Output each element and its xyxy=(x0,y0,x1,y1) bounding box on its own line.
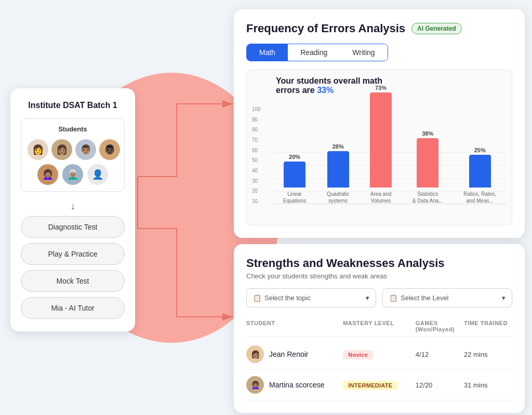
errors-title: Frequency of Errors Analysis xyxy=(246,22,405,35)
bar-label-quadratic: 28% xyxy=(332,143,344,150)
header-time: TIME TRAINED xyxy=(464,320,512,332)
avatar-jean: 👩🏽 xyxy=(246,345,264,363)
table-header: STUDENT MASTERY LEVEL GAMES(Won/Played) … xyxy=(246,316,512,337)
institute-title: Institute DSAT Batch 1 xyxy=(21,101,125,110)
diagnostic-test-button[interactable]: Diagnostic Test xyxy=(21,216,125,238)
table-row: 👩🏽 Jean Renoir Novice 4/12 22 mins xyxy=(246,339,512,370)
student-jean-name: Jean Renoir xyxy=(269,350,309,358)
bar-linear-equations: 20% LinearEquations xyxy=(283,154,306,204)
students-label: Students xyxy=(28,125,118,133)
student-jean: 👩🏽 Jean Renoir xyxy=(246,345,343,363)
avatars-row2: 👩🏽‍🦱 👨🏽‍🦳 👤 xyxy=(28,164,118,185)
main-container: Institute DSAT Batch 1 Students 👩 👩🏽 👨🏽 … xyxy=(0,0,532,415)
y-60: 60 xyxy=(252,148,261,153)
games-jean: 4/12 xyxy=(416,351,464,358)
bar-stats-rect xyxy=(417,138,438,188)
error-percentage: 33% xyxy=(317,86,334,95)
mastery-badge-intermediate: INTERMEDIATE xyxy=(343,381,397,390)
y-30: 30 xyxy=(252,178,261,184)
sw-subtitle: Check your students strengths and weak a… xyxy=(246,272,512,280)
mock-test-button[interactable]: Mock Test xyxy=(21,270,125,292)
time-martina: 31 mins xyxy=(464,381,512,389)
students-section: Students 👩 👩🏽 👨🏽 👨🏿 👩🏽‍🦱 👨🏽‍🦳 👤 xyxy=(21,118,125,192)
filters-row: 📋 Select the topic ▾ 📋 Select the Level … xyxy=(246,288,512,307)
errors-card: Frequency of Errors Analysis AI Generate… xyxy=(234,9,525,238)
subject-tabs: Math Reading Writing xyxy=(246,44,388,61)
y-axis: 100 90 80 70 60 50 40 30 20 10 xyxy=(252,106,261,204)
tab-reading[interactable]: Reading xyxy=(288,44,340,61)
avatars-row1: 👩 👩🏽 👨🏽 👨🏿 xyxy=(28,139,118,160)
cat-quadratic: Quadraticsystems xyxy=(327,191,349,204)
tab-writing[interactable]: Writing xyxy=(340,44,387,61)
topic-filter-inner: 📋 Select the topic xyxy=(253,294,311,302)
bar-area-rect xyxy=(370,92,392,188)
y-40: 40 xyxy=(252,168,261,173)
cat-area: Area andVolumes xyxy=(370,191,392,204)
avatar-5: 👩🏽‍🦱 xyxy=(37,164,58,185)
student-martina-name: Martina scorcese xyxy=(269,381,325,389)
cat-ratios: Ratios, Rates,and Meas... xyxy=(463,191,496,204)
chart-container: Your students overall matherrors are 33%… xyxy=(246,70,512,225)
avatar-4: 👨🏿 xyxy=(99,139,120,160)
y-70: 70 xyxy=(252,137,261,143)
y-10: 10 xyxy=(252,198,261,204)
header-mastery: MASTERY LEVEL xyxy=(343,320,416,332)
cat-linear: LinearEquations xyxy=(283,191,306,204)
avatar-placeholder: 👤 xyxy=(87,164,108,185)
level-label: Select the Level xyxy=(401,294,449,302)
header-games: GAMES(Won/Played) xyxy=(416,320,464,332)
bar-label-ratios: 25% xyxy=(474,147,486,153)
games-martina: 12/20 xyxy=(416,381,464,389)
bar-linear xyxy=(284,162,305,188)
topic-icon: 📋 xyxy=(253,294,261,302)
ai-badge: AI Generated xyxy=(411,23,462,34)
level-chevron-icon: ▾ xyxy=(502,294,506,302)
level-filter-inner: 📋 Select the Level xyxy=(389,294,449,302)
mastery-martina: INTERMEDIATE xyxy=(343,380,416,390)
topic-label: Select the topic xyxy=(264,294,311,302)
table-row: 👩🏽‍🦱 Martina scorcese INTERMEDIATE 12/20… xyxy=(246,370,512,400)
chart-area: 20% LinearEquations 28% Quadraticsystems… xyxy=(273,106,507,204)
down-arrow-icon: ↓ xyxy=(21,200,125,212)
avatar-6: 👨🏽‍🦳 xyxy=(62,164,83,185)
avatar-2: 👩🏽 xyxy=(51,139,72,160)
student-martina: 👩🏽‍🦱 Martina scorcese xyxy=(246,376,343,394)
y-50: 50 xyxy=(252,157,261,163)
bar-area-volumes: 73% Area andVolumes xyxy=(370,85,392,204)
chart-headline: Your students overall matherrors are 33% xyxy=(276,76,382,95)
level-icon: 📋 xyxy=(389,294,397,302)
y-90: 90 xyxy=(252,117,261,123)
bar-label-stats: 38% xyxy=(422,130,433,137)
tab-math[interactable]: Math xyxy=(247,44,288,61)
topic-chevron-icon: ▾ xyxy=(366,294,369,302)
cat-stats: Statistics& Data Ana... xyxy=(413,191,443,204)
bar-label-area: 73% xyxy=(375,85,387,91)
sw-card: Strengths and Weaknesses Analysis Check … xyxy=(234,244,525,413)
institute-card: Institute DSAT Batch 1 Students 👩 👩🏽 👨🏽 … xyxy=(10,88,135,331)
sw-title: Strengths and Weaknesses Analysis xyxy=(246,257,512,270)
play-practice-button[interactable]: Play & Practice xyxy=(21,243,125,265)
ai-tutor-button[interactable]: Mia - AI Tutor xyxy=(21,297,125,319)
y-100: 100 xyxy=(252,106,261,112)
mastery-jean: Novice xyxy=(343,350,416,359)
y-20: 20 xyxy=(252,188,261,194)
time-jean: 22 mins xyxy=(464,351,512,358)
mastery-badge-novice: Novice xyxy=(343,350,373,359)
bar-ratios-rect xyxy=(469,155,491,188)
level-filter[interactable]: 📋 Select the Level ▾ xyxy=(382,288,512,307)
bar-quadratic: 28% Quadraticsystems xyxy=(327,143,349,204)
avatar-3: 👨🏽 xyxy=(75,139,96,160)
header-student: STUDENT xyxy=(246,320,343,332)
avatar-1: 👩 xyxy=(28,139,48,160)
bar-quadratic-rect xyxy=(327,151,349,188)
bar-label-linear: 20% xyxy=(289,154,300,160)
topic-filter[interactable]: 📋 Select the topic ▾ xyxy=(246,288,376,307)
bar-statistics: 38% Statistics& Data Ana... xyxy=(413,130,443,204)
bar-ratios: 25% Ratios, Rates,and Meas... xyxy=(463,147,496,204)
errors-card-header: Frequency of Errors Analysis AI Generate… xyxy=(246,22,512,35)
y-80: 80 xyxy=(252,127,261,132)
avatar-martina: 👩🏽‍🦱 xyxy=(246,376,264,394)
